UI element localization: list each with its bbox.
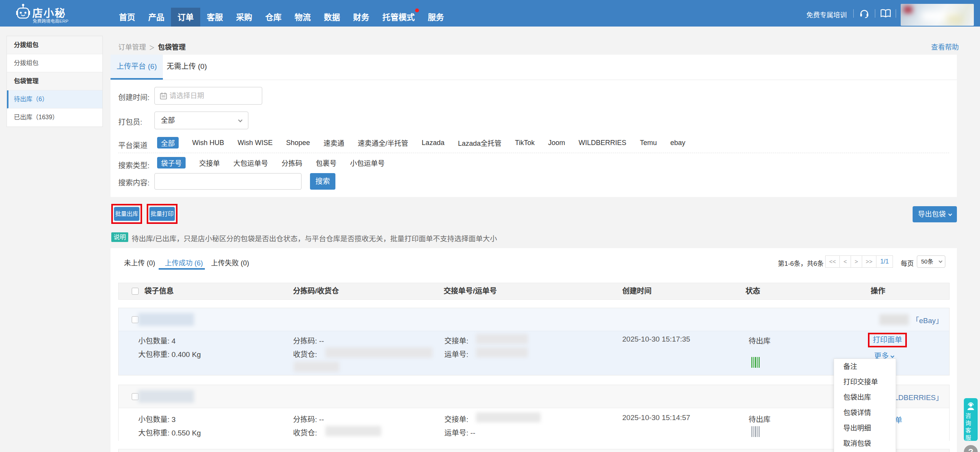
packer-label: 打包员: (118, 116, 142, 127)
bag-row: 「eBay」 小包数量: 4 大包称重: 0.400 Kg 分拣码: -- 收货… (118, 308, 950, 375)
select-all-checkbox[interactable] (132, 288, 139, 295)
breadcrumb-parent[interactable]: 订单管理 (118, 43, 146, 51)
search-type-handover[interactable]: 交接单 (199, 158, 220, 168)
tab-upload-failed[interactable]: 上传失败 (0) (211, 257, 249, 267)
chevron-down-icon (238, 118, 242, 122)
search-type-label: 搜索类型: (118, 160, 149, 170)
calendar-icon (160, 92, 167, 100)
barcode-icon[interactable] (751, 357, 760, 368)
breadcrumb: 订单管理＞包袋管理 (118, 42, 186, 52)
search-type-sort-code[interactable]: 分拣码 (281, 158, 302, 168)
bag-weight: 大包称重: 0.550 Kg (138, 427, 201, 437)
sidebar: 分拨组包 分拨组包 包袋管理 待出库（6） 已出库（1639） (7, 36, 103, 127)
row-checkbox[interactable] (132, 393, 139, 400)
menu-item-export-detail[interactable]: 导出明细 (834, 420, 896, 436)
bag-row-body: 小包数量: 4 大包称重: 0.400 Kg 分拣码: -- 收货仓: 交接单:… (119, 331, 949, 375)
tab-upload-platform[interactable]: 上传平台 (6) (111, 55, 163, 80)
platform-chip-all[interactable]: 全部 (157, 137, 179, 148)
headset-icon[interactable] (859, 8, 869, 18)
customer-service-label: 咨询客服 (964, 413, 972, 442)
manual-book-icon[interactable] (880, 9, 891, 18)
per-page-label: 每页 (901, 258, 914, 268)
search-type-parcel-no[interactable]: 包裹号 (316, 158, 337, 168)
tab-not-uploaded[interactable]: 未上传 (0) (124, 257, 155, 267)
packer-select[interactable]: 全部 (154, 112, 248, 129)
pagination-next-button[interactable]: > (851, 255, 862, 268)
per-page-value: 50条 (921, 256, 933, 267)
pagination-summary: 第1-6条，共6条 (778, 258, 824, 268)
tab-upload-platform-label: 上传平台 (6) (117, 62, 157, 70)
training-link[interactable]: 免费专属培训 (806, 10, 847, 19)
customer-service-float-button[interactable]: 咨询客服 (964, 398, 978, 441)
pagination-first-button[interactable]: << (825, 255, 840, 268)
store-name-redacted (879, 314, 909, 325)
annotation-box-batch-outbound (111, 204, 142, 224)
bag-row: 「WILDBERRIES」 小包数量: 3 大包称重: 0.550 Kg 分拣码… (118, 385, 950, 441)
platform-chip-lazada[interactable]: Lazada (422, 139, 444, 147)
chevron-down-icon (948, 212, 952, 216)
platform-chip-wish-hub[interactable]: Wish HUB (192, 139, 224, 147)
sidebar-item-dispatch[interactable]: 分拨组包 (7, 54, 102, 72)
search-type-big-tracking[interactable]: 大包运单号 (233, 158, 268, 168)
search-type-bag-no[interactable]: 袋子号 (157, 157, 186, 168)
date-placeholder: 请选择日期 (169, 87, 204, 104)
menu-item-bag-detail[interactable]: 包袋详情 (834, 405, 896, 420)
per-page-select[interactable]: 50条 (917, 255, 945, 268)
pagination-controls: << < > >> 1/1 (826, 255, 893, 268)
dashed-divider (118, 153, 949, 153)
nav-separator (896, 9, 896, 18)
platform-chip-wildberries[interactable]: WILDBERRIES (579, 139, 627, 147)
platform-chip-joom[interactable]: Joom (548, 139, 565, 147)
search-type-small-tracking[interactable]: 小包运单号 (350, 158, 385, 168)
barcode-icon[interactable] (751, 426, 760, 437)
annotation-box-batch-print (147, 204, 178, 224)
bag-id-redacted (138, 390, 194, 403)
view-help-link[interactable]: 查看帮助 (931, 42, 959, 52)
bag-weight: 大包称重: 0.400 Kg (138, 349, 201, 359)
user-account-area[interactable] (901, 4, 974, 26)
handover-label: 交接单: (444, 335, 468, 345)
sort-code: 分拣码: -- (293, 335, 324, 345)
menu-item-cancel-bag[interactable]: 取消包袋 (834, 436, 896, 451)
platform-label: 平台渠道 (118, 140, 147, 150)
bag-row-body: 小包数量: 3 大包称重: 0.550 Kg 分拣码: -- 收货仓: 交接单:… (119, 408, 949, 441)
platform-chip-aliexpress[interactable]: 速卖通 (323, 138, 344, 148)
export-bags-button[interactable]: 导出包袋 (913, 206, 957, 222)
help-float-button[interactable]: ? (964, 445, 978, 452)
sort-code: 分拣码: -- (293, 414, 324, 424)
sidebar-item-pending-out[interactable]: 待出库（6） (7, 90, 102, 108)
platform-chip-temu[interactable]: Temu (640, 139, 657, 147)
store-info: 「eBay」 (879, 314, 943, 325)
bag-id-redacted (138, 313, 194, 326)
tab-upload-success[interactable]: 上传成功 (6) (165, 257, 203, 267)
row-checkbox[interactable] (132, 316, 139, 323)
pagination-last-button[interactable]: >> (862, 255, 876, 268)
platform-chip-lazada-managed[interactable]: Lazada全托管 (458, 138, 501, 148)
sidebar-item-shipped-out[interactable]: 已出库（1639） (7, 108, 102, 127)
pagination-prev-button[interactable]: < (839, 255, 851, 268)
col-created: 创建时间 (622, 283, 652, 299)
tracking-label: 运单号: (444, 349, 468, 359)
search-content-label: 搜索内容: (118, 177, 149, 187)
handover-label: 交接单: (444, 414, 468, 424)
search-button[interactable]: 搜索 (310, 173, 335, 190)
tab-no-upload[interactable]: 无需上传 (0) (163, 55, 211, 80)
menu-item-print-handover[interactable]: 打印交接单 (834, 374, 896, 390)
platform-chip-tiktok[interactable]: TikTok (515, 139, 534, 147)
date-range-input[interactable]: 请选择日期 (154, 87, 262, 105)
platform-chip-shopee[interactable]: Shopee (286, 139, 310, 147)
platform-chip-ebay[interactable]: ebay (670, 139, 685, 147)
col-handover-tracking: 交接单号/运单号 (444, 283, 497, 299)
menu-item-bag-outbound[interactable]: 包袋出库 (834, 390, 896, 405)
warehouse-redacted (325, 347, 432, 358)
platform-chip-wish-wise[interactable]: Wish WISE (238, 139, 273, 147)
platform-chip-aliexpress-managed[interactable]: 速卖通全/半托管 (358, 138, 408, 148)
nav-separator (853, 9, 854, 18)
menu-item-remark[interactable]: 备注 (834, 359, 896, 374)
created-time: 2025-10-30 15:17:35 (622, 335, 690, 344)
breadcrumb-separator: ＞ (149, 44, 155, 51)
upload-tabs: 上传平台 (6) 无需上传 (0) (111, 55, 957, 80)
print-label-link[interactable]: 打印面单 (873, 336, 902, 344)
search-input[interactable] (154, 173, 302, 190)
sidebar-group-dispatch: 分拨组包 (7, 36, 102, 54)
